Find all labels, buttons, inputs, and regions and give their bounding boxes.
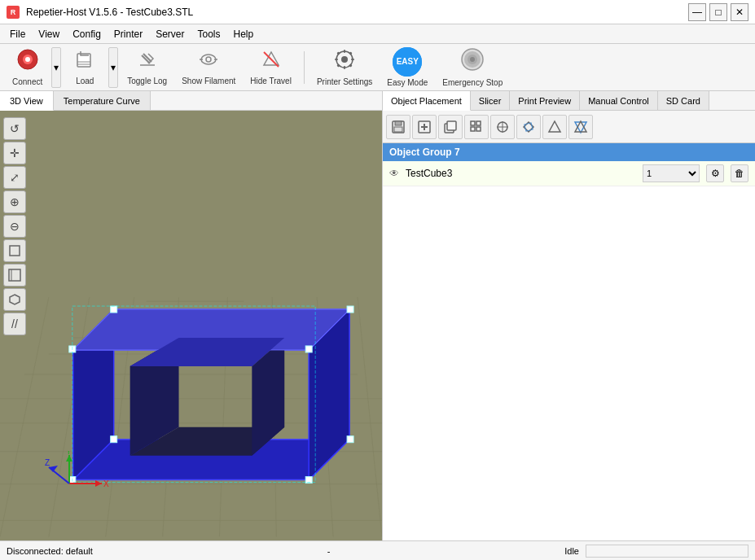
emergency-stop-button[interactable]: Emergency Stop — [437, 47, 508, 88]
maximize-button[interactable]: □ — [709, 3, 727, 21]
toggle-log-label: Toggle Log — [127, 77, 167, 85]
move-arrows-button[interactable]: ⤢ — [3, 166, 26, 189]
hide-travel-label: Hide Travel — [250, 77, 292, 85]
printer-settings-label: Printer Settings — [317, 77, 372, 86]
statusbar: Disconnected: default - Idle — [0, 540, 755, 560]
svg-point-8 — [206, 57, 211, 62]
svg-rect-86 — [447, 121, 456, 130]
status-idle: Idle — [564, 546, 579, 556]
easy-mode-button[interactable]: EASY Easy Mode — [381, 47, 433, 88]
view-front-button[interactable] — [3, 264, 26, 287]
obj-center-button[interactable] — [490, 115, 515, 139]
svg-rect-66 — [10, 246, 20, 256]
toolbar: Connect ▾ Load ▾ Toggle Log — [0, 44, 755, 91]
load-dropdown[interactable]: ▾ — [108, 47, 118, 88]
svg-rect-18 — [351, 59, 354, 60]
hide-travel-button[interactable]: Hide Travel — [244, 47, 297, 88]
object-toolbar — [383, 111, 755, 143]
show-filament-button[interactable]: Show Filament — [176, 47, 241, 88]
show-filament-icon — [198, 49, 219, 75]
menu-view[interactable]: View — [32, 27, 66, 42]
obj-item-name: TestCube3 — [406, 168, 636, 179]
obj-rotate-button[interactable] — [516, 115, 541, 139]
obj-visibility-toggle[interactable]: 👁 — [389, 168, 399, 179]
obj-save-button[interactable] — [386, 115, 410, 139]
status-middle: - — [327, 546, 331, 556]
svg-marker-71 — [95, 480, 102, 487]
menu-server[interactable]: Server — [149, 27, 191, 42]
svg-point-7 — [201, 55, 216, 64]
slash-button[interactable]: // — [3, 313, 26, 335]
zoom-fit-button[interactable]: ⊖ — [3, 215, 26, 238]
toolbar-sep-1 — [304, 51, 305, 84]
load-button[interactable]: Load — [64, 47, 105, 88]
zoom-in-button[interactable]: ⊕ — [3, 190, 26, 213]
tab-3d-view[interactable]: 3D View — [0, 91, 54, 111]
connect-dropdown[interactable]: ▾ — [51, 47, 61, 88]
object-tabs: Object Placement Slicer Print Preview Ma… — [383, 91, 755, 111]
show-filament-label: Show Filament — [182, 77, 235, 85]
menu-printer[interactable]: Printer — [108, 27, 149, 42]
tab-manual-control[interactable]: Manual Control — [580, 91, 658, 110]
svg-rect-22 — [349, 63, 352, 67]
tab-print-preview[interactable]: Print Preview — [510, 91, 580, 110]
connect-button[interactable]: Connect — [7, 47, 48, 88]
menu-help[interactable]: Help — [227, 27, 261, 42]
emergency-stop-icon — [460, 47, 485, 77]
obj-copy-button[interactable] — [438, 115, 463, 139]
minimize-button[interactable]: — — [688, 3, 706, 21]
object-group-header: Object Group 7 — [383, 143, 755, 161]
titlebar: R Repetier-Host V1.5.6 - TestCube3.STL —… — [0, 0, 755, 24]
tab-slicer[interactable]: Slicer — [471, 91, 511, 110]
svg-rect-88 — [476, 121, 481, 125]
obj-mirror-button[interactable] — [568, 115, 593, 139]
rotate-reset-button[interactable]: ↺ — [3, 117, 26, 140]
statusbar-right: Idle — [564, 545, 748, 558]
svg-rect-81 — [394, 127, 402, 132]
obj-delete-button[interactable]: 🗑 — [731, 164, 748, 182]
printer-settings-icon — [333, 48, 356, 76]
menu-tools[interactable]: Tools — [191, 27, 227, 42]
svg-rect-21 — [336, 63, 340, 67]
svg-marker-74 — [66, 455, 72, 462]
easy-mode-label: Easy Mode — [387, 78, 428, 87]
tab-object-placement[interactable]: Object Placement — [383, 91, 471, 111]
svg-rect-20 — [349, 51, 352, 55]
obj-grid-button[interactable] — [464, 115, 489, 139]
obj-settings-button[interactable]: ⚙ — [706, 164, 724, 182]
connect-label: Connect — [12, 77, 42, 86]
svg-rect-15 — [344, 50, 345, 53]
menu-file[interactable]: File — [3, 27, 32, 42]
svg-marker-69 — [10, 295, 20, 304]
app-icon: R — [7, 6, 20, 19]
menu-config[interactable]: Config — [66, 27, 108, 42]
easy-mode-icon: EASY — [393, 47, 422, 77]
svg-rect-87 — [471, 121, 475, 125]
status-connection: Disconnected: default — [7, 546, 93, 556]
obj-add-button[interactable] — [412, 115, 437, 139]
tab-temperature-curve[interactable]: Temperature Curve — [54, 91, 151, 110]
obj-scale-button[interactable] — [542, 115, 567, 139]
window-title: Repetier-Host V1.5.6 - TestCube3.STL — [26, 7, 193, 18]
3d-viewport[interactable]: ↺ ✛ ⤢ ⊕ ⊖ // — [0, 111, 382, 540]
titlebar-controls: — □ ✕ — [688, 3, 748, 21]
svg-rect-19 — [336, 51, 340, 55]
tab-sd-card[interactable]: SD Card — [658, 91, 709, 110]
view-iso-button[interactable] — [3, 288, 26, 311]
status-progress-bar — [586, 545, 748, 558]
toggle-log-button[interactable]: Toggle Log — [121, 47, 173, 88]
toggle-log-icon — [137, 49, 158, 75]
object-group-name: Object Group 7 — [389, 147, 460, 158]
close-button[interactable]: ✕ — [731, 3, 748, 21]
right-panel: Object Placement Slicer Print Preview Ma… — [383, 91, 755, 540]
svg-text:X: X — [103, 479, 109, 488]
view-3d-button[interactable] — [3, 239, 26, 262]
obj-quantity-select[interactable]: 1 2 3 4 5 — [643, 164, 700, 182]
svg-marker-96 — [549, 121, 560, 132]
move-button[interactable]: ✛ — [3, 142, 26, 164]
titlebar-left: R Repetier-Host V1.5.6 - TestCube3.STL — [7, 6, 193, 19]
printer-settings-button[interactable]: Printer Settings — [311, 47, 378, 88]
emergency-stop-label: Emergency Stop — [442, 78, 503, 87]
svg-rect-89 — [471, 127, 475, 131]
svg-rect-17 — [335, 59, 338, 60]
